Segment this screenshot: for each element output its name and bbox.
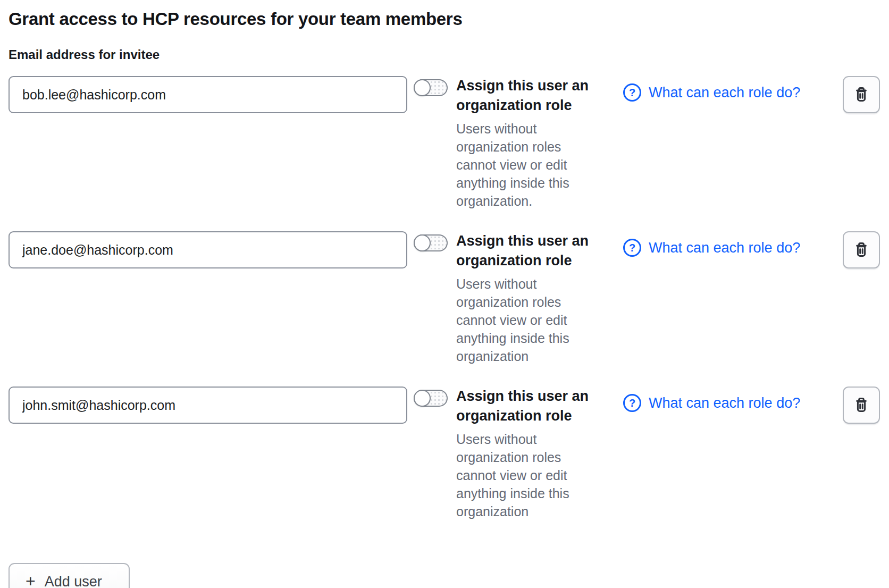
role-info-link[interactable]: ? What can each role do? [623, 394, 800, 412]
org-role-toggle[interactable] [414, 79, 448, 96]
trash-icon [852, 396, 871, 415]
role-help-text: Users without organization roles cannot … [456, 275, 593, 365]
email-input[interactable] [9, 76, 407, 113]
role-info-link-label: What can each role do? [649, 395, 800, 411]
email-input[interactable] [9, 387, 407, 424]
role-info-link[interactable]: ? What can each role do? [623, 239, 800, 257]
question-circle-icon: ? [623, 83, 641, 102]
role-info-link-label: What can each role do? [649, 240, 800, 256]
email-input[interactable] [9, 231, 407, 268]
trash-icon [852, 240, 871, 259]
delete-invitee-button[interactable] [843, 76, 880, 113]
invite-row: Assign this user an organization role Us… [9, 76, 880, 210]
trash-icon [852, 85, 871, 104]
invite-users-form: Grant access to HCP resources for your t… [0, 0, 889, 588]
toggle-knob [414, 234, 431, 251]
question-circle-icon: ? [623, 394, 641, 412]
role-info-link[interactable]: ? What can each role do? [623, 83, 800, 102]
role-text-block: Assign this user an organization role Us… [456, 231, 593, 365]
add-user-button[interactable]: + Add user [9, 563, 130, 588]
plus-icon: + [26, 573, 36, 588]
role-help-text: Users without organization roles cannot … [456, 120, 593, 210]
role-info-link-label: What can each role do? [649, 85, 800, 101]
org-role-toggle[interactable] [414, 234, 448, 251]
delete-invitee-button[interactable] [843, 231, 880, 268]
email-address-label: Email address for invitee [9, 47, 880, 63]
org-role-toggle[interactable] [414, 390, 448, 407]
page-title: Grant access to HCP resources for your t… [9, 9, 880, 30]
add-user-button-label: Add user [45, 574, 102, 588]
role-help-text: Users without organization roles cannot … [456, 430, 593, 520]
invite-row: Assign this user an organization role Us… [9, 231, 880, 365]
question-circle-icon: ? [623, 239, 641, 257]
role-toggle-label: Assign this user an organization role [456, 231, 593, 271]
toggle-knob [414, 390, 431, 407]
role-toggle-label: Assign this user an organization role [456, 76, 593, 115]
invite-row: Assign this user an organization role Us… [9, 387, 880, 520]
role-text-block: Assign this user an organization role Us… [456, 76, 593, 210]
toggle-knob [414, 79, 431, 96]
role-text-block: Assign this user an organization role Us… [456, 387, 593, 520]
delete-invitee-button[interactable] [843, 387, 880, 424]
role-toggle-label: Assign this user an organization role [456, 387, 593, 426]
